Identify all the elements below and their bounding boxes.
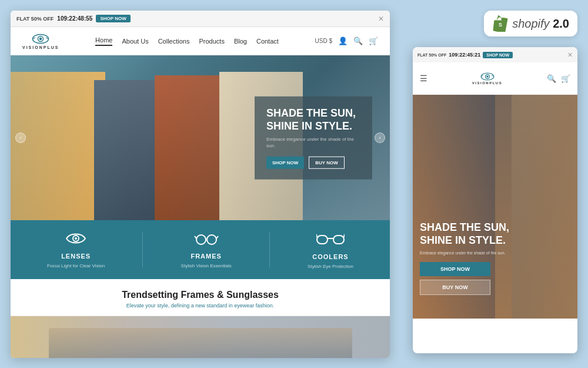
mobile-mockup: FLAT 50% OFF 109:22:45:21 SHOP NOW ✕ ☰ V… [413, 47, 577, 353]
currency-selector[interactable]: USD $ [315, 38, 332, 44]
hero-subtitle: Embrace elegance under the shade of the … [266, 136, 360, 149]
desktop-navbar: VISIONPLUS Home About Us Collections Pro… [11, 27, 390, 55]
mobile-topbar-close-icon[interactable]: ✕ [567, 51, 573, 59]
shopify-logo-icon: S [492, 15, 509, 32]
hero-buy-now-button[interactable]: BUY NOW [309, 156, 345, 168]
account-icon[interactable]: 👤 [338, 37, 348, 45]
sunglasses-icon [316, 231, 345, 250]
feature-lenses-desc: Focus Light for Clear Vision [47, 263, 105, 268]
feature-divider-1 [142, 232, 143, 267]
svg-line-11 [195, 236, 196, 238]
svg-point-8 [196, 235, 206, 244]
desktop-logo-icon [32, 33, 49, 45]
svg-point-7 [75, 237, 77, 240]
desktop-trend-section: Trendsetting Frames & Sunglasses Elevate… [11, 279, 390, 316]
svg-point-3 [39, 37, 42, 40]
desktop-nav-right: USD $ 👤 🔍 🛒 [315, 37, 378, 45]
mobile-search-icon[interactable]: 🔍 [547, 74, 556, 83]
mobile-topbar-left: FLAT 50% OFF 109:22:45:21 SHOP NOW [417, 52, 513, 58]
feature-coolers-desc: Stylish Eye Protection [308, 264, 353, 269]
feature-frames: FRAMES Stylish Vision Essentials [181, 231, 232, 268]
mobile-logo-icon [480, 72, 495, 81]
desktop-product-strip [11, 316, 390, 358]
hero-prev-button[interactable]: ‹ [15, 132, 26, 143]
feature-frames-title: FRAMES [191, 253, 221, 260]
mobile-hero-subtitle: Embrace elegance under the shade of the … [420, 250, 570, 256]
feature-frames-desc: Stylish Vision Essentials [181, 263, 232, 268]
nav-contact[interactable]: Contact [256, 38, 279, 45]
desktop-logo-text: VISIONPLUS [22, 45, 59, 49]
feature-coolers: COOLERS Stylish Eye Protection [308, 231, 353, 269]
mobile-menu-icon[interactable]: ☰ [420, 74, 427, 83]
hero-buttons: SHOP NOW BUY NOW [266, 156, 360, 168]
mobile-navbar: ☰ VISIONPLUS 🔍 🛒 [413, 62, 577, 95]
desktop-logo: VISIONPLUS [22, 33, 59, 49]
nav-collections[interactable]: Collections [158, 38, 190, 45]
mobile-logo: VISIONPLUS [472, 72, 502, 85]
shopify-version-text: shopify 2.0 [512, 17, 569, 31]
mobile-shop-now-button[interactable]: SHOP NOW [420, 262, 490, 276]
mobile-logo-text: VISIONPLUS [472, 81, 502, 85]
trend-title: Trendsetting Frames & Sunglasses [22, 290, 378, 300]
topbar-close-icon[interactable]: ✕ [378, 15, 384, 23]
topbar-left: FLAT 50% OFF 109:22:48:55 SHOP NOW [16, 15, 131, 22]
cart-icon[interactable]: 🛒 [369, 37, 378, 45]
desktop-hero: ‹ SHADE THE SUN,SHINE IN STYLE. Embrace … [11, 55, 390, 220]
svg-rect-13 [317, 236, 328, 244]
mobile-hero: SHADE THE SUN,SHINE IN STYLE. Embrace el… [413, 95, 577, 319]
glasses-icon [193, 231, 219, 249]
hero-shop-now-button[interactable]: SHOP NOW [266, 156, 304, 168]
svg-line-16 [316, 234, 317, 237]
shopify-badge: S shopify 2.0 [484, 11, 577, 37]
feature-lenses: LENSES Focus Light for Clear Vision [47, 231, 105, 268]
nav-blog[interactable]: Blog [234, 38, 247, 45]
desktop-topbar: FLAT 50% OFF 109:22:48:55 SHOP NOW ✕ [11, 11, 390, 27]
svg-line-12 [216, 236, 218, 238]
topbar-shop-now-button[interactable]: SHOP NOW [96, 15, 130, 22]
nav-about[interactable]: About Us [122, 38, 148, 45]
svg-point-20 [486, 75, 489, 78]
desktop-mockup: FLAT 50% OFF 109:22:48:55 SHOP NOW ✕ VIS… [11, 11, 390, 358]
eye-icon [65, 231, 86, 249]
mobile-nav-right: 🔍 🛒 [547, 74, 570, 83]
svg-point-9 [207, 235, 216, 244]
hero-title: SHADE THE SUN,SHINE IN STYLE. [266, 107, 360, 132]
mobile-hero-overlay: SHADE THE SUN,SHINE IN STYLE. Embrace el… [420, 221, 570, 295]
svg-text:S: S [499, 22, 502, 28]
svg-rect-14 [333, 236, 344, 244]
mobile-topbar-timer: 109:22:45:21 [449, 52, 480, 58]
mobile-topbar-label: FLAT 50% OFF [417, 53, 446, 57]
mobile-hero-buttons: SHOP NOW BUY NOW [420, 262, 570, 295]
product-strip-overlay [11, 316, 390, 358]
feature-lenses-title: LENSES [61, 253, 91, 260]
nav-products[interactable]: Products [199, 38, 224, 45]
mobile-hero-title: SHADE THE SUN,SHINE IN STYLE. [420, 221, 570, 247]
feature-coolers-title: COOLERS [312, 253, 348, 260]
feature-divider-2 [269, 232, 270, 267]
mobile-cart-icon[interactable]: 🛒 [561, 74, 570, 83]
topbar-timer: 109:22:48:55 [57, 15, 92, 22]
mobile-buy-now-button[interactable]: BUY NOW [420, 280, 490, 295]
trend-subtitle: Elevate your style, defining a new stand… [22, 303, 378, 309]
topbar-label: FLAT 50% OFF [16, 16, 54, 22]
hero-text-overlay: SHADE THE SUN,SHINE IN STYLE. Embrace el… [255, 97, 372, 180]
nav-home[interactable]: Home [95, 37, 112, 46]
desktop-nav-links: Home About Us Collections Products Blog … [95, 37, 279, 46]
svg-line-17 [344, 234, 345, 237]
mobile-topbar-shop-button[interactable]: SHOP NOW [483, 52, 513, 58]
hero-next-button[interactable]: › [375, 132, 385, 143]
search-icon[interactable]: 🔍 [353, 37, 363, 45]
desktop-features-bar: LENSES Focus Light for Clear Vision FRAM… [11, 220, 390, 279]
mobile-topbar: FLAT 50% OFF 109:22:45:21 SHOP NOW ✕ [413, 47, 577, 62]
